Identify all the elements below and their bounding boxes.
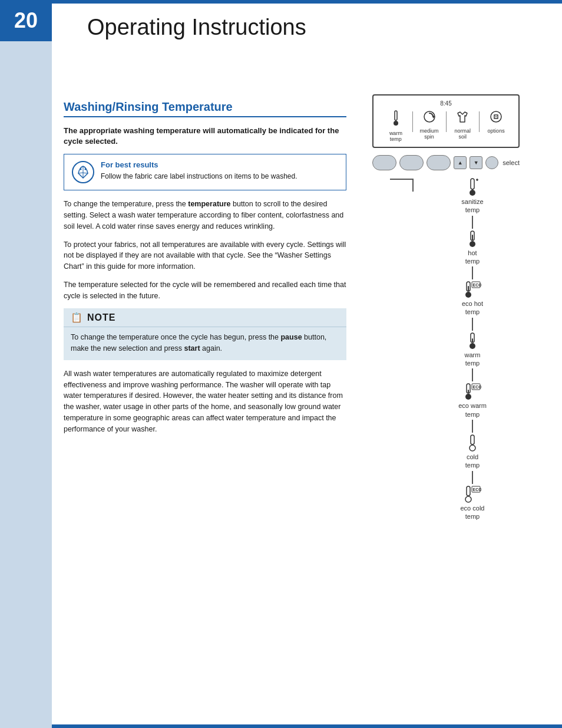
- hot-icon-area: hottemp: [465, 230, 480, 266]
- sanitize-label: sanitizetemp: [461, 197, 483, 215]
- text-column: Washing/Rinsing Temperature The appropri…: [64, 100, 346, 710]
- sidebar: [0, 0, 52, 728]
- svg-rect-3: [395, 111, 397, 120]
- eco-cold-icon-area: ECO eco coldtemp: [461, 485, 485, 521]
- svg-text:ECO: ECO: [472, 487, 481, 492]
- eco-warm-thermometer-icon: ECO: [464, 383, 481, 400]
- connector-1: [472, 216, 473, 229]
- svg-rect-29: [468, 390, 469, 393]
- eco-hot-thermometer-icon: ECO: [464, 281, 481, 298]
- connector-3: [472, 318, 473, 331]
- temperature-list: sanitizetemp hottemp: [425, 177, 520, 521]
- temp-item-sanitize: sanitizetemp: [461, 177, 483, 215]
- svg-point-37: [465, 496, 471, 502]
- ctrl-btn-up[interactable]: ▲: [454, 156, 467, 169]
- body-para2: To protect your fabrics, not all tempera…: [64, 239, 346, 272]
- svg-rect-15: [472, 235, 473, 241]
- page-number-box: 20: [0, 0, 52, 41]
- temp-item-cold: coldtemp: [465, 434, 480, 470]
- temp-item-eco-cold: ECO eco coldtemp: [461, 485, 485, 521]
- svg-rect-34: [471, 435, 474, 444]
- connector-5: [472, 420, 473, 433]
- ctrl-btn-1[interactable]: [372, 155, 396, 170]
- soil-label: normalsoil: [455, 128, 471, 140]
- warm-icon-area: warmtemp: [465, 332, 481, 368]
- connector-4: [472, 368, 473, 381]
- diagram-column: 8:45 warmtemp: [361, 94, 531, 710]
- page-title: Operating Instructions: [87, 15, 306, 40]
- options-icon: [490, 110, 503, 126]
- note-header: 📋 NOTE: [64, 308, 346, 327]
- svg-text:ECO: ECO: [473, 385, 482, 389]
- eco-hot-label: eco hottemp: [462, 299, 483, 317]
- select-label: select: [503, 159, 520, 166]
- note-icon: 📋: [71, 312, 82, 323]
- best-results-body: Follow the fabric care label instruction…: [101, 172, 339, 182]
- warm-label: warmtemp: [465, 351, 481, 368]
- display-item-soil: normalsoil: [447, 110, 480, 140]
- display-item-spin: mediumspin: [413, 110, 446, 140]
- options-label: options: [488, 128, 505, 134]
- best-results-box: For best results Follow the fabric care …: [64, 154, 346, 190]
- body-para4: All wash water temperatures are automati…: [64, 368, 346, 435]
- best-results-text: For best results Follow the fabric care …: [101, 160, 339, 182]
- svg-rect-25: [472, 338, 473, 342]
- washer-display: 8:45 warmtemp: [372, 94, 520, 148]
- connector-6: [472, 471, 473, 484]
- svg-text:ECO: ECO: [473, 283, 482, 287]
- bottom-accent-bar: [0, 724, 562, 728]
- warm-temp-icon: [391, 110, 401, 129]
- eco-hot-icon-area: ECO eco hottemp: [462, 281, 483, 317]
- body-para3: The temperature selected for the cycle w…: [64, 279, 346, 302]
- warm-thermometer-icon: [467, 332, 478, 350]
- temp-item-eco-hot: ECO eco hottemp: [462, 281, 483, 317]
- spin-icon: [423, 110, 436, 126]
- hot-thermometer-icon: [467, 230, 478, 248]
- ctrl-btn-3[interactable]: [427, 155, 451, 170]
- svg-rect-9: [471, 179, 474, 189]
- sanitize-icon-area: sanitizetemp: [461, 177, 483, 215]
- spin-label: mediumspin: [420, 128, 439, 140]
- connector-2: [472, 266, 473, 279]
- display-item-warm-temp: warmtemp: [379, 110, 412, 142]
- eco-warm-label: eco warmtemp: [458, 401, 487, 419]
- page-number: 20: [14, 8, 38, 33]
- display-time: 8:45: [379, 100, 513, 107]
- warm-temp-label: warmtemp: [389, 130, 402, 142]
- fabric-care-icon: [71, 160, 95, 184]
- top-accent-bar: [0, 0, 562, 4]
- svg-rect-36: [467, 486, 470, 496]
- best-results-title: For best results: [101, 160, 339, 169]
- temp-item-hot: hottemp: [465, 230, 480, 266]
- best-results-icon: [71, 160, 95, 184]
- svg-point-35: [470, 445, 475, 451]
- control-buttons-row: ▲ ▼ select: [372, 155, 520, 170]
- hot-label: hottemp: [465, 249, 480, 266]
- cold-icon-area: coldtemp: [465, 434, 480, 470]
- cold-thermometer-icon: [467, 434, 478, 452]
- note-body: To change the temperature once the cycle…: [64, 327, 346, 360]
- cold-label: coldtemp: [465, 453, 480, 470]
- eco-cold-label: eco coldtemp: [461, 504, 485, 521]
- soil-icon: [456, 110, 469, 126]
- body-para1: To change the temperature, press the tem…: [64, 199, 346, 232]
- eco-warm-icon-area: ECO eco warmtemp: [458, 383, 487, 419]
- ctrl-btn-circle[interactable]: [485, 156, 498, 169]
- display-icons: warmtemp mediumspin: [379, 110, 513, 142]
- temp-item-eco-warm: ECO eco warmtemp: [458, 383, 487, 419]
- temp-item-warm: warmtemp: [465, 332, 481, 368]
- note-title: NOTE: [87, 312, 115, 323]
- svg-point-1: [80, 169, 82, 170]
- eco-cold-thermometer-icon: ECO: [464, 485, 481, 503]
- display-item-options: options: [480, 110, 513, 134]
- section-heading: Washing/Rinsing Temperature: [64, 100, 346, 117]
- svg-rect-19: [468, 286, 469, 291]
- ctrl-btn-2[interactable]: [399, 155, 424, 170]
- svg-point-2: [85, 169, 87, 170]
- note-box: 📋 NOTE To change the temperature once th…: [64, 308, 346, 360]
- sanitize-thermometer-icon: [465, 177, 480, 196]
- ctrl-btn-down[interactable]: ▼: [470, 156, 482, 169]
- intro-paragraph: The appropriate washing temperature will…: [64, 126, 346, 147]
